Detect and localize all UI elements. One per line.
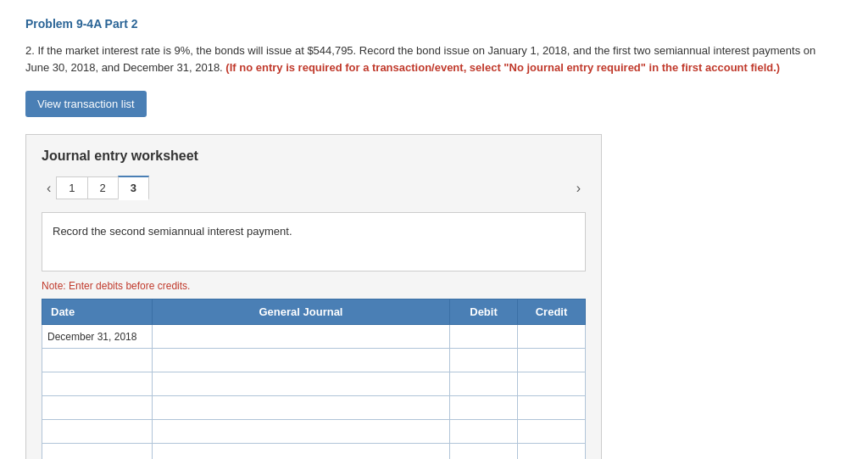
journal-input[interactable] — [158, 377, 444, 392]
date-cell — [42, 372, 153, 396]
date-cell — [42, 396, 153, 420]
credit-input[interactable] — [523, 400, 580, 416]
col-header-journal: General Journal — [153, 299, 450, 325]
credit-input[interactable] — [523, 424, 580, 439]
credit-input[interactable] — [523, 448, 580, 460]
date-cell — [42, 349, 153, 372]
credit-cell[interactable] — [518, 372, 586, 396]
date-cell: December 31, 2018 — [42, 325, 153, 349]
worksheet-container: Journal entry worksheet ‹ 1 2 3 › Record… — [25, 134, 602, 459]
journal-cell[interactable] — [153, 372, 450, 396]
table-row: December 31, 2018 — [42, 325, 586, 349]
table-row — [42, 444, 586, 460]
problem-description: 2. If the market interest rate is 9%, th… — [25, 42, 839, 76]
debit-cell[interactable] — [450, 444, 518, 460]
tab-prev-button[interactable]: ‹ — [42, 177, 56, 199]
tab-1[interactable]: 1 — [56, 176, 87, 199]
journal-input[interactable] — [158, 448, 444, 460]
debit-cell[interactable] — [450, 396, 518, 420]
credit-cell[interactable] — [518, 420, 586, 444]
journal-input[interactable] — [158, 424, 444, 439]
view-transaction-list-button[interactable]: View transaction list — [25, 91, 147, 117]
description-highlight: (If no entry is required for a transacti… — [225, 61, 780, 74]
journal-cell[interactable] — [153, 444, 450, 460]
note-text: Note: Enter debits before credits. — [42, 280, 586, 292]
debit-input[interactable] — [455, 329, 512, 344]
col-header-credit: Credit — [518, 299, 586, 325]
debit-cell[interactable] — [450, 325, 518, 349]
debit-input[interactable] — [455, 353, 512, 368]
table-row — [42, 396, 586, 420]
journal-input[interactable] — [158, 329, 444, 344]
date-cell — [42, 444, 153, 460]
journal-cell[interactable] — [153, 325, 450, 349]
col-header-date: Date — [42, 299, 153, 325]
credit-cell[interactable] — [518, 444, 586, 460]
debit-input[interactable] — [455, 424, 512, 439]
journal-table: Date General Journal Debit Credit Decemb… — [42, 299, 586, 459]
col-header-debit: Debit — [450, 299, 518, 325]
debit-cell[interactable] — [450, 420, 518, 444]
journal-input[interactable] — [158, 353, 444, 368]
problem-title: Problem 9-4A Part 2 — [25, 17, 843, 31]
tab-content-text: Record the second semiannual interest pa… — [53, 225, 292, 238]
credit-cell[interactable] — [518, 349, 586, 372]
credit-input[interactable] — [523, 377, 580, 392]
credit-cell[interactable] — [518, 396, 586, 420]
journal-input[interactable] — [158, 400, 444, 416]
credit-cell[interactable] — [518, 325, 586, 349]
tab-content-box: Record the second semiannual interest pa… — [42, 212, 586, 271]
debit-input[interactable] — [455, 400, 512, 416]
debit-input[interactable] — [455, 377, 512, 392]
tab-next-button[interactable]: › — [571, 177, 586, 199]
worksheet-title: Journal entry worksheet — [42, 148, 586, 164]
tab-2[interactable]: 2 — [87, 176, 119, 199]
credit-input[interactable] — [523, 329, 580, 344]
journal-cell[interactable] — [153, 396, 450, 420]
debit-input[interactable] — [455, 448, 512, 460]
date-cell — [42, 420, 153, 444]
tabs-row: ‹ 1 2 3 › — [42, 176, 586, 200]
credit-input[interactable] — [523, 353, 580, 368]
table-row — [42, 420, 586, 444]
debit-cell[interactable] — [450, 372, 518, 396]
journal-cell[interactable] — [153, 349, 450, 372]
table-row — [42, 372, 586, 396]
journal-cell[interactable] — [153, 420, 450, 444]
debit-cell[interactable] — [450, 349, 518, 372]
tab-3[interactable]: 3 — [118, 176, 149, 200]
table-row — [42, 349, 586, 372]
